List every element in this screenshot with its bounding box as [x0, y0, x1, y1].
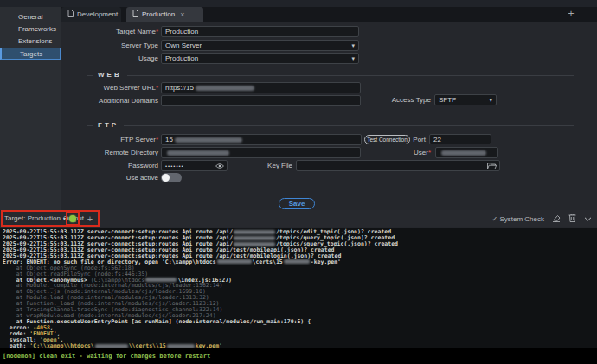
use-active-label: Use active [61, 172, 158, 183]
usage-select[interactable]: Production▾ [161, 53, 359, 64]
redacted-text [441, 150, 486, 156]
settings-sidebar: General Frameworks Extensions Targets [0, 7, 61, 210]
sidebar-item-general[interactable]: General [0, 11, 61, 23]
console-add-button[interactable]: + [84, 212, 96, 226]
usage-label: Usage [61, 53, 158, 64]
form-footer-divider [61, 195, 597, 195]
password-label: Password [61, 160, 158, 171]
chevron-down-icon: ▾ [489, 97, 492, 104]
web-section-divider [87, 75, 574, 76]
app-window: General Frameworks Extensions Targets De… [0, 0, 597, 364]
tab-development[interactable]: Development [61, 7, 121, 22]
redacted-text [234, 236, 275, 240]
ftp-server-label: FTP Server* [61, 134, 158, 145]
console-toolbar-right: ✓ System Check [491, 210, 592, 227]
toggle-knob [162, 174, 170, 182]
access-type-select[interactable]: SFTP▾ [434, 94, 497, 105]
ftp-section-divider [87, 125, 574, 126]
file-icon [67, 10, 74, 19]
access-type-label: Access Type [363, 94, 431, 105]
redacted-text [145, 278, 177, 282]
collapse-panel-icon[interactable] [584, 215, 592, 223]
record-output-button[interactable] [69, 215, 76, 222]
required-asterisk: * [156, 84, 158, 92]
console-log: 2025-09-22T15:55:03.112Z server-connect:… [0, 228, 597, 348]
redacted-text [196, 86, 254, 91]
web-section-header: WEB [93, 70, 127, 80]
nodemon-status-line: [nodemon] clean exit - waiting for chang… [0, 348, 597, 360]
target-name-input[interactable]: Production [161, 26, 359, 37]
console-bottom-bar: [nodemon] clean exit - waiting for chang… [0, 348, 597, 364]
add-target-button[interactable]: + [565, 8, 577, 20]
redacted-text [284, 259, 310, 264]
required-asterisk: * [156, 136, 158, 144]
sidebar-item-frameworks[interactable]: Frameworks [0, 23, 61, 35]
sidebar-item-extensions[interactable]: Extensions [0, 35, 61, 48]
file-icon [132, 10, 138, 19]
log-line: code: 'ENOENT', [3, 331, 597, 337]
system-check-button[interactable]: ✓ System Check [491, 215, 544, 223]
log-line: errno: -4058, [3, 325, 597, 331]
remote-directory-label: Remote Directory [61, 147, 158, 158]
target-name-label: Target Name* [61, 26, 158, 37]
save-button[interactable]: Save [279, 198, 315, 209]
required-asterisk: * [156, 28, 158, 35]
tab-label: Development [77, 10, 118, 18]
port-input[interactable]: 22 [429, 134, 491, 144]
tab-production[interactable]: Production × [126, 7, 203, 22]
port-label: Port [388, 134, 426, 145]
web-server-url-label: Web Server URL* [61, 82, 158, 93]
redacted-text [95, 344, 128, 348]
ftp-server-input[interactable]: 15 [161, 134, 362, 145]
redacted-text [167, 344, 195, 348]
server-type-select[interactable]: Own Server▾ [161, 40, 359, 51]
log-line: at Function.executeUserEntryPoint [as ru… [3, 319, 597, 325]
additional-domains-label: Additional Domains [61, 95, 158, 106]
web-server-url-input[interactable]: https://15 [161, 82, 361, 93]
redacted-text [234, 230, 275, 234]
close-icon[interactable]: × [180, 10, 184, 19]
console-target-selector[interactable]: Target: Production▾ [4, 210, 66, 227]
folder-icon[interactable] [487, 163, 497, 169]
chevron-down-icon: ▾ [351, 42, 355, 49]
redacted-text [217, 259, 252, 264]
additional-domains-input[interactable] [161, 95, 361, 106]
tab-label: Production [142, 10, 175, 18]
redacted-text [167, 150, 229, 156]
eye-icon[interactable] [215, 163, 224, 169]
chevron-down-icon: ▾ [351, 55, 355, 62]
required-asterisk: * [428, 149, 431, 156]
redacted-text [234, 242, 275, 246]
clear-console-icon[interactable] [552, 214, 561, 224]
key-file-label: Key File [249, 160, 292, 171]
user-label: User* [388, 147, 431, 158]
sidebar-item-targets[interactable]: Targets [0, 48, 61, 60]
server-type-label: Server Type [61, 40, 158, 51]
window-top-strip [0, 0, 597, 7]
user-input[interactable] [435, 147, 498, 158]
remote-directory-input[interactable] [161, 147, 361, 158]
redacted-text [175, 137, 242, 143]
check-icon: ✓ [491, 215, 498, 223]
password-input[interactable]: ••••••• [161, 160, 228, 171]
trash-icon[interactable] [568, 214, 576, 224]
ftp-section-header: FTP [93, 120, 124, 130]
use-active-toggle[interactable] [161, 173, 182, 182]
key-file-input[interactable] [296, 160, 500, 171]
